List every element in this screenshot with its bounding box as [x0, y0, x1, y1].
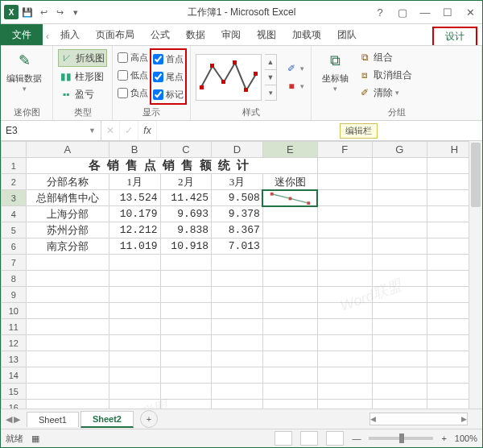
tab-view[interactable]: 视图 [249, 25, 284, 45]
view-normal-button[interactable] [275, 431, 292, 446]
cell[interactable] [109, 335, 160, 351]
cell[interactable] [317, 222, 372, 239]
cell[interactable]: 苏州分部 [26, 222, 109, 239]
style-gallery[interactable] [196, 54, 262, 101]
cell[interactable] [160, 255, 212, 271]
cell[interactable] [372, 384, 427, 400]
cell[interactable] [262, 367, 317, 384]
cell[interactable] [262, 287, 317, 303]
tab-team[interactable]: 团队 [329, 25, 365, 45]
type-line-button[interactable]: ⩗折线图 [58, 49, 107, 67]
cell[interactable] [317, 319, 372, 335]
cell[interactable] [212, 271, 263, 287]
col-header[interactable]: B [109, 142, 160, 158]
style-gallery-scroll[interactable]: ▲ ▼ ▾ [265, 54, 277, 101]
cell[interactable] [317, 239, 372, 255]
cell[interactable] [26, 271, 109, 287]
gallery-down-icon[interactable]: ▼ [265, 70, 276, 85]
sparkline-color-button[interactable]: ✐▾ [283, 60, 306, 77]
col-header[interactable]: D [212, 142, 263, 158]
cell[interactable] [372, 319, 427, 335]
cell[interactable] [262, 255, 317, 271]
cell[interactable] [212, 303, 263, 319]
gallery-up-icon[interactable]: ▲ [265, 55, 276, 70]
tab-data[interactable]: 数据 [178, 25, 213, 45]
row-header[interactable]: 5 [2, 222, 27, 239]
cell[interactable]: 迷你图 [262, 174, 317, 190]
cell[interactable] [212, 384, 263, 400]
cell[interactable]: 11.425 [160, 190, 212, 206]
sheet-tab[interactable]: Sheet1 [27, 412, 79, 427]
gallery-more-icon[interactable]: ▾ [265, 85, 276, 100]
cell[interactable] [26, 400, 109, 409]
cell[interactable] [26, 351, 109, 367]
cell[interactable] [160, 287, 212, 303]
row-header[interactable]: 4 [2, 206, 27, 222]
cell[interactable] [372, 287, 427, 303]
close-button[interactable]: ✕ [461, 6, 479, 19]
cell[interactable] [109, 367, 160, 384]
cell[interactable] [317, 351, 372, 367]
cell[interactable]: 总部销售中心 [26, 190, 109, 206]
qat-dropdown[interactable]: ▾ [68, 5, 83, 19]
cell[interactable] [160, 367, 212, 384]
cell[interactable] [317, 384, 372, 400]
cell[interactable] [372, 222, 427, 239]
cell[interactable] [109, 351, 160, 367]
row-header[interactable]: 11 [2, 319, 27, 335]
cell[interactable] [212, 319, 263, 335]
cell[interactable]: 10.918 [160, 239, 212, 255]
cell[interactable] [262, 222, 317, 239]
col-header[interactable]: E [262, 142, 317, 158]
cell[interactable] [262, 400, 317, 409]
cell[interactable] [262, 351, 317, 367]
cell[interactable] [262, 319, 317, 335]
tab-scroll-left[interactable]: ‹ [43, 27, 52, 45]
cell[interactable]: 9.838 [160, 222, 212, 239]
cell[interactable]: 南京分部 [26, 239, 109, 255]
cell[interactable] [372, 255, 427, 271]
zoom-in-button[interactable]: + [441, 433, 446, 443]
cell[interactable] [372, 303, 427, 319]
cell[interactable] [160, 303, 212, 319]
row-header[interactable]: 2 [2, 174, 27, 190]
cell[interactable] [317, 400, 372, 409]
ungroup-button[interactable]: ⧈取消组合 [357, 67, 414, 83]
row-header[interactable]: 16 [2, 400, 27, 409]
view-page-break-button[interactable] [326, 431, 344, 446]
cell[interactable] [160, 335, 212, 351]
cell[interactable] [317, 287, 372, 303]
cell[interactable] [372, 400, 427, 409]
sheet-tab[interactable]: Sheet2 [80, 411, 134, 428]
cell[interactable] [372, 351, 427, 367]
clear-button[interactable]: ✐清除▾ [357, 85, 414, 101]
cell[interactable] [372, 158, 427, 174]
cell[interactable] [372, 190, 427, 206]
checkbox-high[interactable]: 高点 [118, 49, 148, 65]
cell[interactable]: 9.508 [212, 190, 263, 206]
cell[interactable] [26, 303, 109, 319]
cell[interactable] [26, 384, 109, 400]
cell[interactable] [317, 190, 372, 206]
cell[interactable] [26, 335, 109, 351]
type-column-button[interactable]: ▮▮柱形图 [58, 68, 107, 85]
checkbox-neg[interactable]: 负点 [118, 85, 148, 101]
cell[interactable]: 7.013 [212, 239, 263, 255]
ribbon-options-button[interactable]: ▢ [394, 6, 411, 19]
checkbox-first[interactable]: 首点 [153, 51, 184, 67]
cell[interactable] [26, 319, 109, 335]
macro-record-icon[interactable]: ▦ [31, 433, 39, 444]
tab-page-layout[interactable]: 页面布局 [88, 25, 142, 45]
row-header[interactable]: 8 [2, 271, 27, 287]
cell[interactable]: 2月 [160, 174, 212, 190]
col-header[interactable]: A [26, 142, 109, 158]
cell[interactable]: 3月 [212, 174, 263, 190]
cell[interactable] [109, 287, 160, 303]
help-button[interactable]: ? [371, 6, 389, 19]
vertical-scrollbar[interactable] [469, 141, 482, 409]
row-header[interactable]: 9 [2, 287, 27, 303]
cell[interactable] [262, 190, 317, 206]
cell[interactable] [372, 367, 427, 384]
tab-addins[interactable]: 加载项 [284, 25, 329, 45]
select-all-corner[interactable] [2, 142, 27, 158]
